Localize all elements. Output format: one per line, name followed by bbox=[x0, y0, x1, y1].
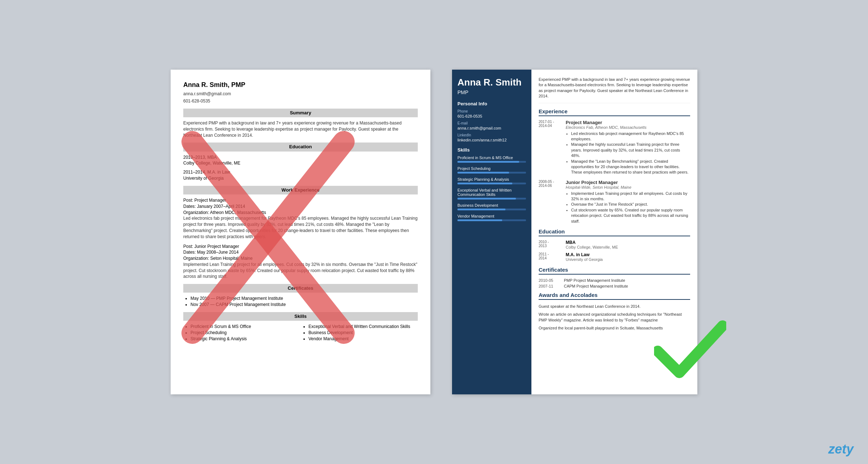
skills-col2: Exceptional Verbal and Written Communica… bbox=[301, 324, 418, 342]
sidebar-email: anna.r.smith@gmail.com bbox=[457, 126, 526, 130]
skill-fill-4 bbox=[457, 198, 516, 200]
skill-bar-6: Vendor Management bbox=[457, 214, 526, 221]
sidebar-title: PMP bbox=[457, 89, 526, 95]
edu-school-2: University of Georgia bbox=[183, 175, 418, 181]
experience-title: Experience bbox=[539, 108, 690, 116]
edu-row-1: 2010 - 2013 MBA Colby College, Watervill… bbox=[539, 240, 690, 249]
edu-section: 2010 - 2013 MBA Colby College, Watervill… bbox=[539, 240, 690, 262]
cert-name-2: CAPM Project Management Institute bbox=[564, 284, 628, 288]
left-email: anna.r.smith@gmail.com bbox=[183, 91, 418, 97]
resume-right-wrapper: Anna R. Smith PMP Personal Info Phone 60… bbox=[452, 70, 697, 394]
edu-dates-r-1: 2010 - 2013 bbox=[539, 240, 562, 249]
exp-bullet-1-3: Managed the "Lean by Benchmarking" proje… bbox=[571, 159, 690, 175]
edu-dates-1: 2010–2013, MBA bbox=[183, 154, 418, 161]
summary-content: Experienced PMP with a background in law… bbox=[183, 120, 418, 138]
skill-l2: Project Scheduling bbox=[190, 330, 300, 336]
exp-bullet-1-2: Managed the highly successful Lean Train… bbox=[571, 142, 690, 158]
skills-header: Skills bbox=[183, 312, 418, 321]
work-header: Work Experience bbox=[183, 186, 418, 194]
summary-header: Summary bbox=[183, 109, 418, 117]
skill-bar-5: Business Development bbox=[457, 203, 526, 210]
exp-bullets-1: Led electronics fab project management f… bbox=[566, 131, 690, 175]
right-sidebar: Anna R. Smith PMP Personal Info Phone 60… bbox=[452, 70, 531, 394]
skill-fill-5 bbox=[457, 209, 505, 210]
exp-company-1: Electronics Fab, Atheon MDC, Massachuset… bbox=[566, 125, 690, 130]
work-desc-2: Implemented Lean Training project for al… bbox=[183, 262, 418, 280]
skill-name-3: Strategic Planning & Analysis bbox=[457, 177, 526, 181]
edu-degree-1: MBA bbox=[566, 240, 618, 245]
skill-name-4: Exceptional Verbal and Written Communica… bbox=[457, 188, 526, 197]
award-2: Wrote an article on advanced organizatio… bbox=[539, 311, 690, 323]
exp-bullet-1-1: Led electronics fab project management f… bbox=[571, 131, 690, 142]
skill-r1: Exceptional Verbal and Written Communica… bbox=[308, 324, 418, 330]
skill-bg-5 bbox=[457, 209, 526, 210]
cert-item-1: May 2010 — PMP Project Management Instit… bbox=[190, 296, 418, 302]
award-3: Organized the local parent-built playgro… bbox=[539, 325, 690, 331]
zety-watermark: zety bbox=[828, 442, 854, 457]
skills-grid: Proficient in Scrum & MS Office Project … bbox=[183, 324, 418, 342]
sidebar-name: Anna R. Smith bbox=[457, 77, 526, 88]
skill-name-2: Project Scheduling bbox=[457, 166, 526, 171]
linkedin-label: LinkedIn bbox=[457, 133, 526, 137]
exp-title-2: Junior Project Manager bbox=[566, 180, 690, 185]
skill-l3: Strategic Planning & Analysis bbox=[190, 336, 300, 342]
edu-details-2: M.A. in Law University of Georgia bbox=[566, 252, 603, 262]
edu-degree-2: M.A. in Law bbox=[566, 252, 603, 257]
exp-dates-2: 2008-05 - 2014-06 bbox=[539, 180, 562, 224]
resume-right: Anna R. Smith PMP Personal Info Phone 60… bbox=[452, 70, 697, 394]
work-post-1: Post: Project Manager bbox=[183, 197, 418, 203]
exp-dates-1: 2017-01 - 2014-04 bbox=[539, 120, 562, 175]
skill-fill-1 bbox=[457, 161, 519, 163]
email-label: E-mail bbox=[457, 121, 526, 125]
skill-r2: Business Development bbox=[308, 330, 418, 336]
exp-bullet-2-3: Cut stockroom waste by 65%. Created our … bbox=[571, 207, 690, 224]
work-desc-1: Led electronics fab project management f… bbox=[183, 215, 418, 240]
edu-entry-2: 2011–2014, M.A. in Law University of Geo… bbox=[183, 169, 418, 181]
skills-col1: Proficient in Scrum & MS Office Project … bbox=[183, 324, 300, 342]
skill-bg-6 bbox=[457, 219, 526, 221]
exp-entry-1: 2017-01 - 2014-04 Project Manager Electr… bbox=[539, 120, 690, 175]
work-org-2: Organization: Seton Hospital, Maine bbox=[183, 255, 418, 262]
page-container: Anna R. Smith, PMP anna.r.smith@gmail.co… bbox=[0, 0, 868, 464]
left-phone: 601-628-0535 bbox=[183, 98, 418, 104]
right-main: Experienced PMP with a background in law… bbox=[531, 70, 697, 394]
skill-bar-3: Strategic Planning & Analysis bbox=[457, 177, 526, 184]
work-entry-2: Post: Junior Project Manager Dates: May … bbox=[183, 244, 418, 280]
main-summary: Experienced PMP with a background in law… bbox=[539, 77, 690, 103]
skill-bg-4 bbox=[457, 198, 526, 200]
skill-name-1: Proficient in Scrum & MS Office bbox=[457, 156, 526, 160]
sidebar-linkedin: linkedin.com/anna.r.smith12 bbox=[457, 138, 526, 142]
cert-row-2: 2007-11 CAPM Project Management Institut… bbox=[539, 284, 690, 288]
skill-bg-3 bbox=[457, 183, 526, 184]
cert-name-1: PMP Project Management Institute bbox=[564, 278, 625, 283]
edu-dates-2: 2011–2014, M.A. in Law bbox=[183, 169, 418, 175]
edu-school-r-2: University of Georgia bbox=[566, 257, 603, 262]
skill-r3: Vendor Management bbox=[308, 336, 418, 342]
skill-name-6: Vendor Management bbox=[457, 214, 526, 218]
skill-fill-6 bbox=[457, 219, 502, 221]
edu-row-2: 2011 - 2014 M.A. in Law University of Ge… bbox=[539, 252, 690, 262]
phone-label: Phone bbox=[457, 109, 526, 113]
skill-fill-3 bbox=[457, 183, 512, 184]
sidebar-phone: 601-628-0535 bbox=[457, 114, 526, 118]
cert-date-2: 2007-11 bbox=[539, 284, 562, 288]
exp-bullet-2-2: Oversaw the "Just in Time Restock" proje… bbox=[571, 202, 690, 207]
exp-bullet-2-1: Implemented Lean Training project for al… bbox=[571, 191, 690, 202]
cert-item-2: Nov 2007 — CAPM Project Management Insti… bbox=[190, 302, 418, 308]
exp-title-1: Project Manager bbox=[566, 120, 690, 125]
skill-bg-2 bbox=[457, 172, 526, 174]
skill-bg-1 bbox=[457, 161, 526, 163]
work-entry-1: Post: Project Manager Dates: January 200… bbox=[183, 197, 418, 240]
skill-bar-4: Exceptional Verbal and Written Communica… bbox=[457, 188, 526, 200]
skill-bar-1: Proficient in Scrum & MS Office bbox=[457, 156, 526, 163]
education-title: Education bbox=[539, 228, 690, 236]
exp-bullets-2: Implemented Lean Training project for al… bbox=[566, 191, 690, 224]
exp-content-2: Junior Project Manager Hospital-Wide, Se… bbox=[566, 180, 690, 224]
education-header: Education bbox=[183, 143, 418, 151]
skills-section-title: Skills bbox=[457, 147, 526, 153]
edu-details-1: MBA Colby College, Waterville, ME bbox=[566, 240, 618, 249]
work-org-1: Organization: Atheon MDC, Massachusetts bbox=[183, 210, 418, 216]
personal-info-title: Personal Info bbox=[457, 101, 526, 106]
cert-list: May 2010 — PMP Project Management Instit… bbox=[183, 296, 418, 308]
skill-bar-2: Project Scheduling bbox=[457, 166, 526, 174]
